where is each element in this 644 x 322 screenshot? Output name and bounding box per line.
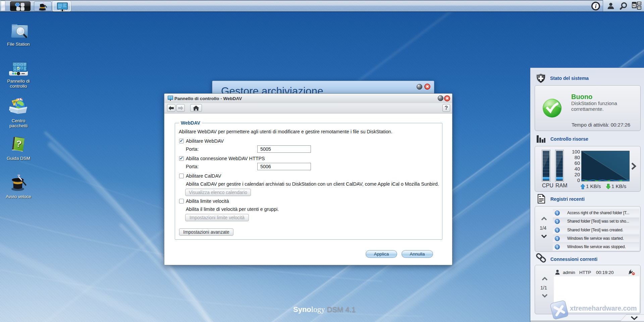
svg-text:i: i [595,3,597,9]
